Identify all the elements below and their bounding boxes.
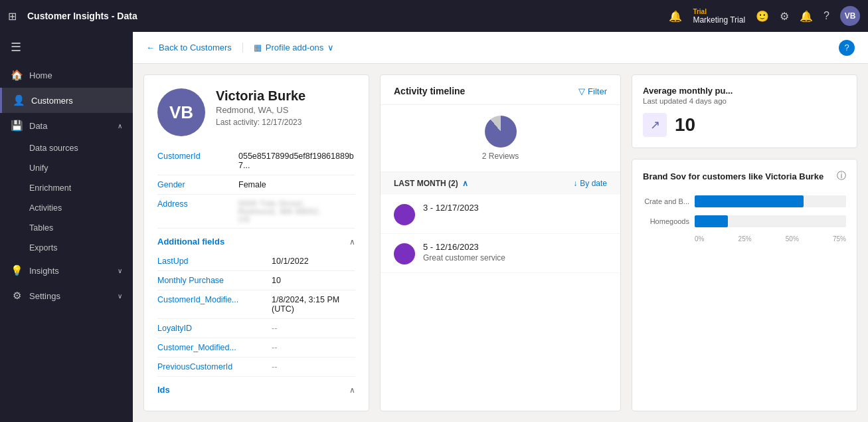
- customer-last-activity: Last activity: 12/17/2023: [216, 118, 305, 127]
- data-icon: 💾: [11, 120, 23, 132]
- monthly-purchase-label: Monthly Purchase: [157, 276, 264, 285]
- main-layout: ☰ 🏠 Home 👤 Customers 💾 Data ∧ Data sourc…: [0, 32, 868, 422]
- sidebar-subitem-exports[interactable]: Exports: [0, 238, 133, 258]
- profile-card: VB Victoria Burke Redmond, WA, US Last a…: [143, 74, 369, 411]
- timeline-reviews: 2 Reviews: [381, 105, 620, 172]
- metric-subtitle: Last updated 4 days ago: [643, 97, 846, 105]
- bar-row-1: Homegoods: [643, 215, 846, 227]
- sidebar-item-data[interactable]: 💾 Data ∧: [0, 113, 133, 138]
- customer-avatar: VB: [157, 88, 205, 136]
- sidebar-item-settings[interactable]: ⚙ Settings ∨: [0, 283, 133, 308]
- sidebar-label-settings: Settings: [29, 291, 111, 301]
- brand-chart-title: Brand Sov for customers like Victoria Bu…: [643, 171, 824, 181]
- by-date-button[interactable]: ↓ By date: [573, 179, 607, 188]
- brand-title-row: Brand Sov for customers like Victoria Bu…: [643, 170, 846, 182]
- customerid-value: 055e8517899d5ef8f19861889b7...: [238, 152, 355, 170]
- ids-chevron-icon: ∧: [349, 385, 355, 395]
- grid-icon[interactable]: ⊞: [8, 10, 17, 23]
- sidebar-subitem-unify[interactable]: Unify: [0, 158, 133, 178]
- profile-fields: CustomerId 055e8517899d5ef8f19861889b7..…: [144, 147, 369, 229]
- data-chevron-icon: ∧: [118, 122, 122, 130]
- top-nav-right: 🔔 Trial Marketing Trial 🙂 ⚙ 🔔 ? VB: [669, 6, 860, 26]
- bell-icon[interactable]: 🔔: [800, 10, 813, 23]
- bar-track-1: [695, 215, 846, 227]
- add-field-previous-customerid: PreviousCustomerId --: [157, 358, 355, 377]
- profile-addons-label: Profile add-ons: [266, 43, 323, 53]
- brand-info-icon[interactable]: ⓘ: [837, 170, 846, 182]
- sidebar-item-insights[interactable]: 💡 Insights ∨: [0, 258, 133, 283]
- axis-0pct: 0%: [695, 235, 704, 243]
- lastupd-value: 10/1/2022: [272, 257, 309, 266]
- insights-chevron-icon: ∨: [118, 267, 122, 274]
- profile-header: VB Victoria Burke Redmond, WA, US Last a…: [144, 75, 369, 147]
- sidebar-subitem-tables[interactable]: Tables: [0, 218, 133, 238]
- help-icon[interactable]: ?: [824, 10, 829, 22]
- metric-card: Average monthly pu... Last updated 4 day…: [632, 74, 857, 148]
- ids-title: Ids: [157, 385, 170, 395]
- customer-modified-value: --: [272, 343, 277, 352]
- address-label: Address: [157, 199, 230, 223]
- hamburger-menu[interactable]: ☰: [0, 32, 133, 62]
- field-row-address: Address 5000 Tide Street,Redmond, WA 980…: [157, 195, 355, 229]
- entry-info-0: 3 - 12/17/2023: [423, 203, 479, 213]
- filter-button[interactable]: ▽ Filter: [578, 86, 607, 96]
- month-chevron-icon: ∧: [462, 179, 468, 188]
- axis-75pct: 75%: [833, 235, 846, 243]
- bar-brand-label-1: Homegoods: [643, 217, 689, 225]
- gender-value: Female: [238, 180, 266, 189]
- app-title: Customer Insights - Data: [27, 11, 661, 21]
- add-field-lastupd: LastUpd 10/1/2022: [157, 252, 355, 271]
- metric-trend-icon: ↗: [643, 113, 667, 137]
- sidebar-label-customers: Customers: [31, 96, 122, 106]
- customerid-modified-value: 1/8/2024, 3:15 PM (UTC): [272, 295, 355, 314]
- back-to-customers-button[interactable]: ← Back to Customers: [146, 43, 243, 53]
- sidebar-label-insights: Insights: [29, 266, 111, 276]
- month-text: LAST MONTH (2): [394, 179, 458, 188]
- metric-value-row: ↗ 10: [643, 113, 846, 137]
- entry-sub-1: Great customer service: [423, 253, 505, 263]
- additional-fields-section-header[interactable]: Additional fields ∧: [144, 229, 369, 252]
- help-circle-icon[interactable]: ?: [839, 40, 855, 56]
- settings-nav-icon[interactable]: ⚙: [780, 10, 789, 23]
- monthly-purchase-value: 10: [272, 276, 281, 285]
- emoji-icon[interactable]: 🙂: [756, 10, 769, 23]
- customerid-label: CustomerId: [157, 152, 230, 170]
- back-button-label: Back to Customers: [159, 43, 232, 53]
- customer-modified-label: Customer_Modified...: [157, 343, 264, 352]
- axis-50pct: 50%: [786, 235, 799, 243]
- alert-icon[interactable]: 🔔: [669, 10, 682, 23]
- insights-icon: 💡: [11, 264, 23, 276]
- sidebar: ☰ 🏠 Home 👤 Customers 💾 Data ∧ Data sourc…: [0, 32, 133, 422]
- bar-fill-1: [695, 215, 728, 227]
- entry-dot-1: [394, 243, 415, 264]
- scroll-content: VB Victoria Burke Redmond, WA, US Last a…: [133, 64, 868, 422]
- by-date-label: By date: [580, 179, 607, 188]
- sidebar-item-customers[interactable]: 👤 Customers: [0, 88, 133, 113]
- add-field-customer-modified: Customer_Modified... --: [157, 338, 355, 358]
- timeline-month-header: LAST MONTH (2) ∧ ↓ By date: [381, 172, 620, 195]
- ids-section-header[interactable]: Ids ∧: [144, 377, 369, 400]
- bar-track-0: [695, 195, 846, 207]
- entry-title-0: 3 - 12/17/2023: [423, 203, 479, 213]
- add-field-monthly-purchase: Monthly Purchase 10: [157, 271, 355, 290]
- user-avatar[interactable]: VB: [840, 6, 860, 26]
- profile-addons-button[interactable]: ▦ Profile add-ons ∨: [254, 43, 334, 53]
- additional-fields-chevron-icon: ∧: [349, 237, 355, 247]
- sub-header: ← Back to Customers ▦ Profile add-ons ∨ …: [133, 32, 868, 64]
- sidebar-subitem-datasources[interactable]: Data sources: [0, 138, 133, 158]
- sidebar-subitem-activities[interactable]: Activities: [0, 198, 133, 218]
- sidebar-item-home[interactable]: 🏠 Home: [0, 62, 133, 88]
- entry-title-1: 5 - 12/16/2023: [423, 242, 505, 252]
- trial-label: Trial: [693, 8, 745, 15]
- profile-addons-chevron-icon: ∨: [327, 43, 334, 53]
- activity-timeline-title: Activity timeline: [394, 86, 465, 96]
- loyaltyid-label: LoyaltyID: [157, 324, 264, 333]
- previous-customerid-value: --: [272, 362, 277, 371]
- sort-icon: ↓: [573, 179, 577, 188]
- additional-fields-title: Additional fields: [157, 237, 224, 247]
- sidebar-label-data: Data: [29, 121, 111, 131]
- customers-icon: 👤: [13, 94, 25, 106]
- sidebar-subitem-enrichment[interactable]: Enrichment: [0, 178, 133, 198]
- right-panel: Average monthly pu... Last updated 4 day…: [632, 74, 857, 411]
- reviews-label: 2 Reviews: [482, 152, 519, 161]
